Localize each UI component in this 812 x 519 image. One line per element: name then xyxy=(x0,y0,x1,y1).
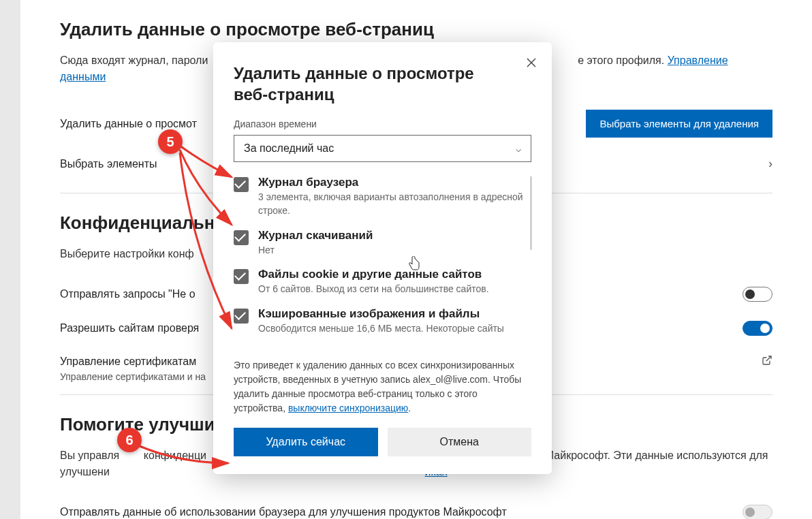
row-diagnostic: Отправлять данные об использовании брауз… xyxy=(60,495,772,519)
section-clear-title: Удалить данные о просмотре веб-страниц xyxy=(60,19,772,40)
pointer-cursor-icon xyxy=(407,256,421,274)
dnt-toggle[interactable] xyxy=(743,287,772,302)
checkbox-browsing-history[interactable] xyxy=(234,177,249,192)
annotation-badge-6: 6 xyxy=(117,428,142,452)
clear-now-button[interactable]: Удалить сейчас xyxy=(234,428,378,456)
option-browsing-history: Журнал браузера 3 элемента, включая вари… xyxy=(234,176,531,217)
dialog-title: Удалить данные о просмотре веб-страниц xyxy=(234,63,493,105)
svg-line-0 xyxy=(766,356,771,361)
time-range-select[interactable]: За последний час ⌵ xyxy=(234,135,531,162)
option-download-history: Журнал скачиваний Нет xyxy=(234,229,531,257)
option-cookies: Файлы cookie и другие данные сайтов От 6… xyxy=(234,268,531,296)
time-range-label: Диапазон времени xyxy=(234,119,531,129)
annotation-badge-5: 5 xyxy=(158,129,183,154)
chevron-right-icon: › xyxy=(768,157,772,171)
clear-options-list: Журнал браузера 3 элемента, включая вари… xyxy=(234,176,531,346)
checkbox-download-history[interactable] xyxy=(234,230,249,245)
dialog-buttons: Удалить сейчас Отмена xyxy=(234,428,531,456)
clear-data-dialog: Удалить данные о просмотре веб-страниц Д… xyxy=(213,42,552,474)
sync-warning: Это приведет к удалению данных со всех с… xyxy=(234,358,531,415)
option-cached: Кэшированные изображения и файлы Освобод… xyxy=(234,307,531,336)
allow-sites-toggle[interactable] xyxy=(743,321,772,336)
diagnostic-toggle xyxy=(743,505,772,519)
chevron-down-icon: ⌵ xyxy=(516,143,521,154)
time-range-value: За последний час xyxy=(244,142,334,155)
close-button[interactable] xyxy=(523,54,540,71)
choose-what-to-clear-button[interactable]: Выбрать элементы для удаления xyxy=(586,110,772,138)
cancel-button[interactable]: Отмена xyxy=(388,428,532,456)
checkbox-cookies[interactable] xyxy=(234,269,249,284)
close-icon xyxy=(527,58,536,67)
turn-off-sync-link[interactable]: выключите синхронизацию xyxy=(288,403,408,413)
scrollbar-thumb[interactable] xyxy=(531,176,531,251)
checkbox-cached[interactable] xyxy=(234,309,249,324)
external-link-icon xyxy=(762,355,772,368)
